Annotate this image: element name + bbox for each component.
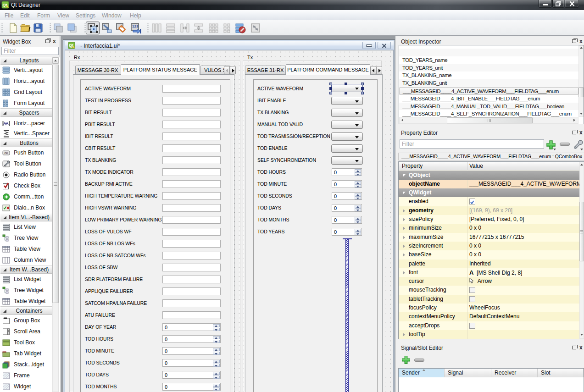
svg-text:123: 123 (132, 24, 139, 28)
svg-text:OK: OK (4, 152, 8, 155)
